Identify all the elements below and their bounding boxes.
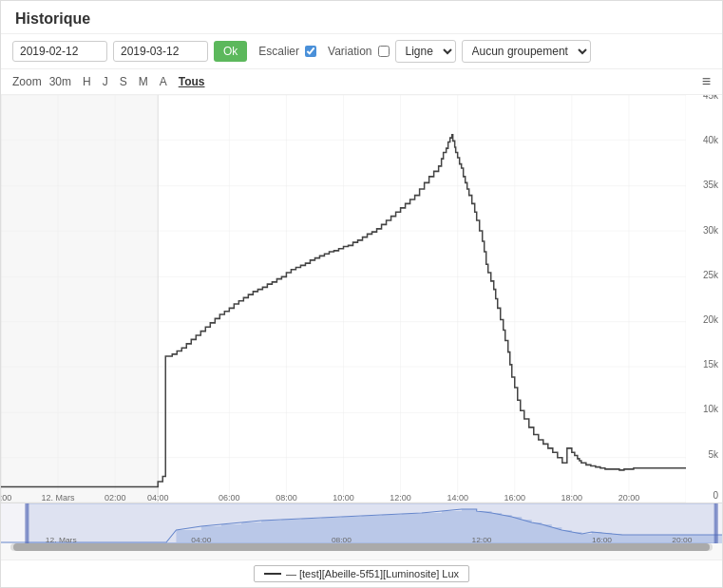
y-label-25k: 25k (703, 269, 718, 279)
legend-item: — [test][Abeille-5f51][Luminosite] Lux (254, 565, 469, 582)
zoom-30m-button[interactable]: 30m (46, 74, 75, 89)
y-axis: 45k 40k 35k 30k 25k 20k 15k 10k 5k 0 (686, 95, 722, 503)
zoom-j-button[interactable]: J (99, 74, 112, 89)
svg-text:18:00: 18:00 (561, 491, 583, 503)
svg-text:20:00: 20:00 (618, 491, 640, 503)
svg-text:04:00: 04:00 (191, 536, 212, 543)
mini-chart-container: 12. Mars 04:00 08:00 12:00 16:00 20:00 (1, 503, 722, 560)
page-title: Historique (15, 10, 708, 28)
y-label-0: 0 (713, 490, 718, 501)
svg-rect-1 (1, 95, 158, 503)
svg-text:14:00: 14:00 (447, 491, 468, 503)
escalier-checkbox-container (305, 46, 316, 57)
y-label-15k: 15k (703, 359, 718, 370)
escalier-checkbox[interactable] (305, 46, 316, 57)
legend: — [test][Abeille-5f51][Luminosite] Lux (1, 560, 722, 587)
chart-inner: 22:00 12. Mars 02:00 04:00 06:00 08:00 1… (1, 95, 686, 503)
y-label-40k: 40k (703, 135, 718, 145)
variation-checkbox-container (378, 46, 390, 57)
date-start-input[interactable] (12, 41, 107, 62)
y-label-20k: 20k (703, 313, 718, 324)
svg-text:02:00: 02:00 (105, 491, 126, 503)
svg-text:20:00: 20:00 (672, 536, 693, 543)
chart-menu-icon[interactable]: ≡ (702, 73, 711, 90)
svg-text:12. Mars: 12. Mars (42, 491, 75, 503)
groupement-select[interactable]: Aucun groupement Heure Jour Semaine Mois (462, 40, 591, 63)
svg-text:04:00: 04:00 (147, 491, 169, 503)
svg-text:12. Mars: 12. Mars (46, 536, 77, 543)
zoom-h-button[interactable]: H (79, 74, 95, 89)
legend-line-icon (264, 573, 281, 575)
svg-rect-41 (714, 503, 718, 543)
svg-text:12:00: 12:00 (390, 491, 411, 503)
scrollbar[interactable] (10, 543, 713, 551)
page-container: Historique Ok Escalier Variation Ligne B… (0, 0, 723, 588)
svg-text:16:00: 16:00 (592, 536, 613, 543)
svg-text:10:00: 10:00 (333, 491, 354, 503)
svg-text:22:00: 22:00 (1, 491, 11, 503)
controls-bar: Ok Escalier Variation Ligne Barre Aire A… (1, 34, 722, 69)
y-label-10k: 10k (703, 404, 718, 414)
variation-label: Variation (328, 45, 371, 58)
svg-rect-39 (27, 503, 715, 543)
ok-button[interactable]: Ok (214, 41, 247, 62)
legend-label: — [test][Abeille-5f51][Luminosite] Lux (286, 568, 459, 579)
mini-chart-svg: 12. Mars 04:00 08:00 12:00 16:00 20:00 (1, 503, 722, 543)
header: Historique (1, 1, 722, 34)
chart-wrapper: 22:00 12. Mars 02:00 04:00 06:00 08:00 1… (1, 95, 722, 503)
y-label-45k: 45k (703, 95, 718, 101)
svg-rect-40 (25, 503, 29, 543)
svg-text:08:00: 08:00 (276, 491, 297, 503)
svg-text:16:00: 16:00 (504, 491, 525, 503)
zoom-s-button[interactable]: S (116, 74, 131, 89)
line-type-select[interactable]: Ligne Barre Aire (395, 40, 456, 63)
date-end-input[interactable] (113, 41, 208, 62)
zoom-a-button[interactable]: A (156, 74, 171, 89)
zoom-label: Zoom (12, 75, 42, 88)
escalier-label: Escalier (258, 45, 299, 58)
svg-text:12:00: 12:00 (471, 536, 492, 543)
main-chart-svg: 22:00 12. Mars 02:00 04:00 06:00 08:00 1… (1, 95, 686, 503)
zoom-tous-button[interactable]: Tous (175, 74, 209, 89)
scrollbar-thumb[interactable] (13, 543, 710, 551)
variation-checkbox[interactable] (378, 46, 390, 57)
y-label-30k: 30k (703, 224, 718, 235)
y-label-5k: 5k (708, 448, 718, 459)
zoom-m-button[interactable]: M (135, 74, 152, 89)
zoom-bar: Zoom 30m H J S M A Tous ≡ (1, 69, 722, 95)
svg-text:08:00: 08:00 (332, 536, 352, 543)
y-label-35k: 35k (703, 180, 718, 190)
svg-text:06:00: 06:00 (219, 491, 240, 503)
